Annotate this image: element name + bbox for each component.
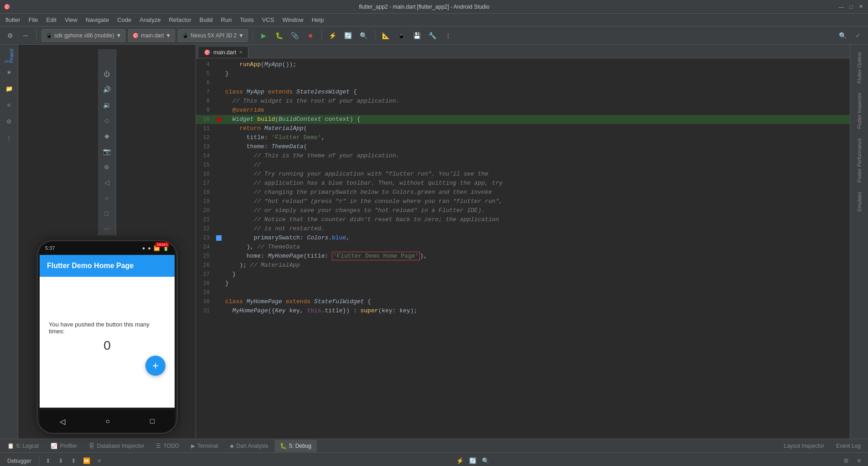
attach-button[interactable]: 📎 — [289, 29, 301, 42]
flutter-inspector-btn[interactable]: 🔍 — [357, 29, 370, 42]
circle-btn[interactable]: ○ — [100, 192, 113, 204]
tab-logcat[interactable]: 📋 6: Logcat — [2, 440, 44, 452]
code-marker-23 — [216, 235, 222, 241]
debug-evaluate[interactable]: ≡ — [94, 456, 105, 466]
event-log-label: Event Log — [836, 443, 861, 449]
sidebar-structure-btn[interactable]: ≡ — [2, 98, 16, 112]
tab-profiler[interactable]: 📈 Profiler — [45, 440, 83, 452]
debug-run-to-cursor[interactable]: ⏩ — [81, 456, 92, 466]
tab-todo[interactable]: ☰ TODO — [150, 440, 184, 452]
debug-hot-restart[interactable]: 🔄 — [467, 456, 478, 466]
layout-inspector-btn[interactable]: 📐 — [380, 29, 393, 42]
menu-run[interactable]: Run — [217, 15, 236, 25]
menu-refactor[interactable]: Refactor — [165, 15, 195, 25]
tab-close-btn[interactable]: ✕ — [239, 50, 243, 55]
toolbar-sep-4 — [375, 30, 375, 41]
home-nav-btn[interactable]: ○ — [105, 417, 110, 425]
menu-edit[interactable]: Edit — [42, 15, 60, 25]
sidebar-more-btn[interactable]: ⋮ — [2, 130, 16, 145]
square-btn[interactable]: □ — [100, 207, 113, 220]
menu-help[interactable]: Help — [308, 15, 328, 25]
more-btn[interactable]: ⋯ — [100, 223, 113, 235]
menu-build[interactable]: Build — [196, 15, 217, 25]
run-button[interactable]: ▶ — [258, 29, 270, 42]
debug-sep — [39, 456, 39, 466]
maximize-button[interactable]: □ — [848, 4, 854, 10]
flutter-performance-btn[interactable]: Flutter Performance — [855, 135, 864, 186]
recents-nav-btn[interactable]: □ — [150, 417, 155, 425]
emulator-panel: ⏻ 🔊 🔉 ◇ ◆ 📷 ⊕ ◁ ○ □ ⋯ 5:37 ● ● 📶 🔋 DEM — [18, 45, 196, 439]
power-btn[interactable]: ⏻ — [100, 67, 113, 80]
screenshot-btn[interactable]: 📷 — [100, 145, 113, 158]
menu-view[interactable]: View — [61, 15, 81, 25]
menu-code[interactable]: Code — [114, 15, 135, 25]
dart-analysis-label: Dart Analysis — [236, 443, 268, 449]
rotate2-btn[interactable]: ◆ — [100, 129, 113, 142]
tab-dart-analysis[interactable]: ◆ Dart Analysis — [224, 440, 274, 452]
debug-button[interactable]: 🐛 — [273, 29, 286, 42]
zoom-in-btn[interactable]: ⊕ — [100, 161, 113, 173]
breakpoint-10[interactable] — [217, 117, 221, 122]
menu-navigate[interactable]: Navigate — [82, 15, 113, 25]
flutter-outline-btn[interactable]: Flutter Outline — [855, 48, 864, 87]
debugger-label: Debugger — [4, 456, 35, 466]
menu-analyze[interactable]: Analyze — [136, 15, 164, 25]
layout-inspector-tab[interactable]: Layout Inspector — [778, 440, 830, 452]
close-button[interactable]: ✕ — [858, 4, 864, 10]
settings-icon[interactable]: ⚙ — [4, 29, 16, 42]
rotate-btn[interactable]: ◇ — [100, 114, 113, 127]
sidebar-favorites-btn[interactable]: ★ — [2, 65, 16, 79]
code-line-14: 14 // This is the theme of your applicat… — [196, 151, 850, 161]
device-selector[interactable]: 📱 sdk gphone x86 (mobile) ▼ — [41, 29, 125, 42]
phone-top-bar: 5:37 ● ● 📶 🔋 DEMO — [40, 241, 175, 255]
menu-window[interactable]: Window — [279, 15, 307, 25]
emulator-selector[interactable]: 📱 Nexus 5X API 30 2 ▼ — [178, 29, 248, 42]
tab-db-inspector[interactable]: 🗄 Database Inspector — [83, 440, 150, 452]
back-nav-btn[interactable]: ◁ — [60, 417, 65, 426]
file-selector[interactable]: 🎯 main.dart ▼ — [128, 29, 175, 42]
code-editor[interactable]: 4 runApp(MyApp()); 5 } 6 7 class MyApp e… — [196, 58, 850, 439]
menu-vcs[interactable]: VCS — [258, 15, 278, 25]
tab-terminal[interactable]: ▶ Terminal — [186, 440, 223, 452]
right-sidebar: Flutter Outline Flutter Inspector Flutte… — [850, 45, 868, 439]
menu-tools[interactable]: Tools — [236, 15, 257, 25]
profiler-label: Profiler — [60, 443, 77, 449]
debug-flutter-inspect[interactable]: 🔍 — [480, 456, 491, 466]
sidebar-build-variants-btn[interactable]: ⚙ — [2, 114, 16, 129]
search-everywhere-btn[interactable]: 🔍 — [836, 29, 849, 42]
stop-button[interactable]: ■ — [304, 29, 317, 42]
minimize-button[interactable]: — — [838, 4, 844, 10]
debug-step-over[interactable]: ⬆ — [43, 456, 54, 466]
avd-manager-btn[interactable]: 💾 — [411, 29, 424, 42]
tab-main-dart[interactable]: 🎯 main.dart ✕ — [198, 46, 248, 58]
toolbar-sep-1 — [36, 30, 37, 41]
emulator-btn[interactable]: Emulator — [855, 188, 864, 215]
device-manager-btn[interactable]: 📱 — [395, 29, 408, 42]
phone-icon: 📱 — [46, 32, 52, 39]
sidebar-resource-mgr-btn[interactable]: 📁 — [2, 81, 16, 96]
debug-step-into[interactable]: ⬇ — [56, 456, 67, 466]
hot-restart-button[interactable]: 🔄 — [342, 29, 355, 42]
fab-button[interactable]: + — [145, 356, 165, 376]
sdk-manager-btn[interactable]: 🔧 — [426, 29, 439, 42]
back-btn[interactable]: ◁ — [100, 176, 113, 189]
sidebar-project-btn[interactable]: 1: Project — [2, 48, 16, 63]
debug-settings[interactable]: ⚙ — [841, 456, 852, 466]
vol-up-btn[interactable]: 🔊 — [100, 83, 113, 96]
menu-bar: flutter File Edit View Navigate Code Ana… — [0, 14, 868, 26]
hot-reload-button[interactable]: ⚡ — [326, 29, 339, 42]
code-line-8: 8 // This widget is the root of your app… — [196, 97, 850, 106]
menu-flutter[interactable]: flutter — [2, 15, 24, 25]
debug-close[interactable]: ✕ — [853, 456, 864, 466]
debug-step-out[interactable]: ⬆ — [68, 456, 79, 466]
menu-file[interactable]: File — [25, 15, 42, 25]
more-btn[interactable]: ⋮ — [442, 29, 455, 42]
event-log-tab[interactable]: Event Log — [831, 440, 866, 452]
tab-debug[interactable]: 🐛 5: Debug — [274, 440, 317, 452]
collapse-icon[interactable]: ─ — [19, 29, 32, 42]
debug-label: 5: Debug — [289, 443, 311, 449]
debug-hot-reload[interactable]: ⚡ — [455, 456, 465, 466]
vol-down-btn[interactable]: 🔉 — [100, 98, 113, 111]
flutter-inspector-btn[interactable]: Flutter Inspector — [855, 89, 864, 132]
code-line-12: 12 title: 'Flutter Demo', — [196, 133, 850, 142]
